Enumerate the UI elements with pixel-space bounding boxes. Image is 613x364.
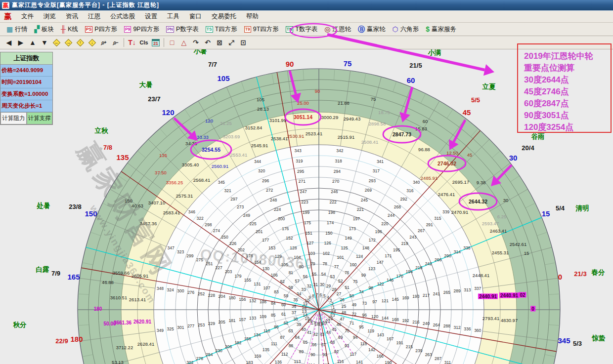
annotation-line-0: 2019年江恩轮中轮 <box>524 50 611 62</box>
fit-tool-button[interactable]: ⤢ <box>225 37 237 48</box>
menu-item-交易委托[interactable]: 交易委托 <box>207 11 241 22</box>
pan-right-button[interactable]: ▶ <box>15 37 27 48</box>
instrument-name: 上证指数 <box>0 52 52 65</box>
ring-value: 3000.29 <box>321 115 338 120</box>
quotes-button[interactable]: ▦行情 <box>3 24 31 35</box>
date-label: 7/9 <box>51 270 60 277</box>
t-scale-button[interactable]: T↓ <box>126 37 138 48</box>
t-square-button[interactable]: TST四方形 <box>202 24 241 35</box>
menu-item-资讯[interactable]: 资讯 <box>61 11 83 22</box>
pan-up-icon: ▲ <box>29 39 36 46</box>
triangle-tool-button[interactable]: △ <box>178 37 190 48</box>
degree-label: 45 <box>463 108 471 117</box>
9p-square-button[interactable]: P99P四方形 <box>121 24 163 35</box>
menu-item-工具[interactable]: 工具 <box>162 11 184 22</box>
solar-term-label: 白露 <box>36 265 49 274</box>
ring-value: 2463.41 <box>490 228 507 234</box>
rotate-cw-button[interactable]: ↷ <box>190 37 202 48</box>
degree-label: 135 <box>116 153 129 162</box>
date-label: 7/8 <box>103 144 112 151</box>
ring-value: 2560.91 <box>212 163 228 169</box>
hexagon-icon: ⬡ <box>393 26 398 33</box>
app-logo: 赢 <box>4 12 11 21</box>
hexagon-button[interactable]: ⬡六角形 <box>389 24 423 35</box>
pan-left-button[interactable]: ◀ <box>3 37 15 48</box>
step-up-button[interactable]: ↑ <box>74 37 86 48</box>
service-button[interactable]: $赢家服务 <box>422 24 460 35</box>
calc-support-button[interactable]: 计算支撑 <box>27 112 53 124</box>
degree-label: 120 <box>162 108 174 117</box>
pan-down-icon: ▼ <box>41 39 48 46</box>
menu-item-浏览[interactable]: 浏览 <box>39 11 61 22</box>
menu-item-帮助[interactable]: 帮助 <box>241 11 263 22</box>
step-down-button[interactable]: ↓ <box>86 37 98 48</box>
date-label: 5/4 <box>556 204 565 212</box>
ring-value: 31.25 <box>220 121 232 126</box>
solar-term-label: 立夏 <box>482 82 496 91</box>
menu-item-江恩[interactable]: 江恩 <box>83 11 105 22</box>
ring-value: 40.63 <box>131 203 143 208</box>
calc-resistance-button[interactable]: 计算阻力 <box>0 112 27 124</box>
rotate-ccw-button[interactable]: ↶ <box>202 37 214 48</box>
candlestick-icon: ╫ <box>61 26 66 33</box>
circled-value: 2746.02 <box>438 161 456 166</box>
p-square-button[interactable]: PSP四方形 <box>82 24 121 35</box>
square-tool-button[interactable]: □ <box>166 37 178 48</box>
solar-term-label: 惊蛰 <box>592 334 606 343</box>
degree-label: 0 <box>558 273 562 281</box>
pan-up-button[interactable]: ▲ <box>27 37 39 48</box>
menu-item-设置[interactable]: 设置 <box>140 11 162 22</box>
main-toolbar: ▦行情▞板块╫K线PSP四方形P99P四方形PNP数字表TST四方形T99T四方… <box>0 23 613 36</box>
calendar-icon: 21 <box>152 39 160 46</box>
ring-value: 2568.41 <box>193 177 210 183</box>
ring-value: 2593.47 <box>482 221 499 226</box>
delete-box-button[interactable]: ⊠ <box>214 37 225 48</box>
menu-bar: 赢 文件浏览资讯江恩公式选股设置工具窗口交易委托帮助 <box>0 11 613 23</box>
ring-value: 150 <box>125 198 132 203</box>
solar-term-label: 小满 <box>428 49 441 57</box>
ring-value: 2448.41 <box>473 273 489 278</box>
blocks-icon: ▞ <box>34 26 40 33</box>
ring-value: 30 <box>503 198 509 203</box>
ring-value: 25.00 <box>297 100 309 106</box>
screen-tool-button[interactable]: ⊡ <box>237 37 249 48</box>
annotation-line-6: 120度3254点 <box>524 121 611 133</box>
sectors-button[interactable]: ▞板块 <box>31 24 57 35</box>
toolbar-separator <box>164 38 164 47</box>
degree-label: 105 <box>217 74 229 82</box>
p-table-button[interactable]: PNP数字表 <box>163 24 202 35</box>
degree-label: 180 <box>70 335 83 343</box>
solar-term-label: 立秋 <box>95 126 108 135</box>
cls-button[interactable]: Cls <box>138 37 150 48</box>
sectors-button-label: 板块 <box>42 25 54 34</box>
zoom-in-button[interactable]: ⌕+ <box>98 37 110 48</box>
date-label: 7/7 <box>208 61 217 68</box>
ring-value: 2515.91 <box>338 134 354 140</box>
t-table-button[interactable]: TNT数字表 <box>282 24 321 35</box>
step-right-button[interactable]: → <box>62 37 74 48</box>
zoom-out-button[interactable]: ⌕− <box>110 37 122 48</box>
menu-item-窗口[interactable]: 窗口 <box>184 11 207 22</box>
pan-down-button[interactable]: ▼ <box>39 37 50 48</box>
menu-item-公式选股[interactable]: 公式选股 <box>105 11 140 22</box>
winner-wheel-button[interactable]: Ⓑ赢家轮 <box>354 24 389 35</box>
ring-value: 15.63 <box>415 126 427 131</box>
ring-value: 3305.40 <box>182 162 199 167</box>
ring-value: 2575.31 <box>176 193 193 199</box>
9t-square-button[interactable]: T99T四方形 <box>241 24 282 35</box>
date-label: 23/7 <box>148 95 160 103</box>
ring-value: 2949.43 <box>344 116 360 121</box>
ring-value: 2530.91 <box>287 133 304 139</box>
gann-wheel-button[interactable]: ◎江恩轮 <box>321 24 354 35</box>
menu-item-文件[interactable]: 文件 <box>16 11 39 22</box>
step-left-button[interactable]: ← <box>50 37 62 48</box>
winner-wheel-icon: Ⓑ <box>358 26 365 33</box>
ring-value: 2545.91 <box>251 143 268 148</box>
ring-value: 2542.61 <box>510 242 526 247</box>
ring-value: 53.13 <box>112 360 124 364</box>
kline-button[interactable]: ╫K线 <box>57 24 82 35</box>
calendar-button[interactable]: 21 <box>150 37 162 48</box>
p9-icon: P9 <box>124 26 131 33</box>
title-bar: 赢 赢家江恩专业版[赢家服务平台] - [上证指数 江恩轮] <box>0 0 613 11</box>
degree-label: 345 <box>558 336 570 345</box>
